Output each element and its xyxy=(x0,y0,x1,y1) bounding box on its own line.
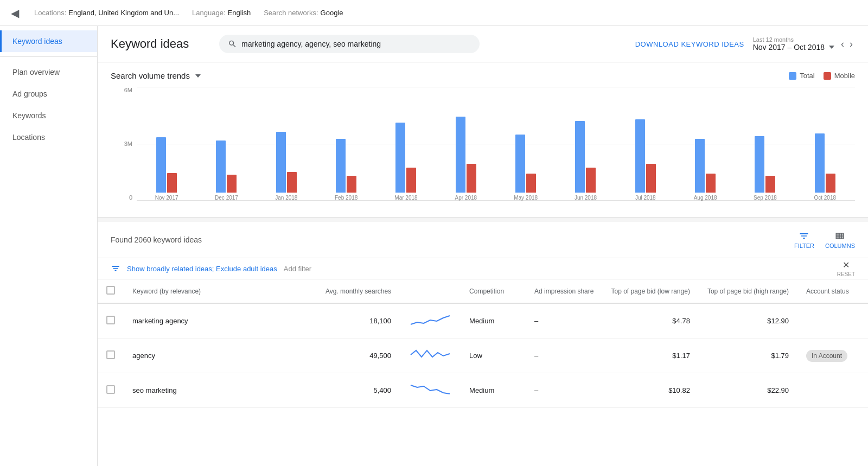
bar-label: May 2018 xyxy=(514,195,538,201)
sidebar-divider xyxy=(0,56,97,57)
top-page-low-cell: $1.17 xyxy=(602,339,698,373)
chart-dropdown-icon[interactable] xyxy=(195,74,201,78)
select-all-checkbox[interactable] xyxy=(106,286,115,295)
chart-title: Search volume trends xyxy=(111,71,190,80)
ad-impression-cell: – xyxy=(526,339,602,373)
bar-mobile xyxy=(227,175,237,193)
legend-mobile: Mobile xyxy=(824,72,855,80)
bar-label: Jan 2018 xyxy=(275,195,297,201)
sparkline-cell xyxy=(400,303,461,339)
legend-total: Total xyxy=(789,72,814,80)
date-range-label: Last 12 months xyxy=(753,36,834,43)
bar-label: Dec 2017 xyxy=(215,195,238,201)
bar-label: Apr 2018 xyxy=(455,195,477,201)
reset-label: RESET xyxy=(837,271,855,277)
y-axis-0: 0 xyxy=(129,194,132,201)
locations-info: Locations: England, United Kingdom and U… xyxy=(34,9,179,17)
bar-total xyxy=(336,139,346,193)
bar-mobile xyxy=(287,172,297,193)
bar-pair xyxy=(316,87,376,193)
ad-impression-cell: – xyxy=(526,373,602,408)
table-header-row: Keyword (by relevance) Avg. monthly sear… xyxy=(98,279,868,303)
bar-group: Apr 2018 xyxy=(436,87,496,201)
top-page-low-cell: $10.82 xyxy=(602,373,698,408)
filter-button[interactable]: FILTER xyxy=(794,231,814,249)
avg-searches-cell: 5,400 xyxy=(317,373,400,408)
bar-label: Aug 2018 xyxy=(694,195,717,201)
row-checkbox[interactable] xyxy=(106,316,115,324)
in-account-badge: In Account xyxy=(806,350,847,362)
bar-pair xyxy=(436,87,496,193)
sidebar-collapse-btn[interactable]: ◀ xyxy=(9,4,21,22)
keyword-cell: marketing agency xyxy=(124,303,317,339)
keyword-cell: agency xyxy=(124,339,317,373)
sidebar-item-plan-overview[interactable]: Plan overview xyxy=(0,61,97,83)
top-page-high-cell: $1.79 xyxy=(699,339,797,373)
legend-mobile-label: Mobile xyxy=(834,72,855,80)
content-header: Keyword ideas DOWNLOAD KEYWORD IDEAS Las… xyxy=(98,26,868,62)
locations-label: Locations: xyxy=(34,9,66,17)
chevron-down-icon xyxy=(829,46,834,49)
language-label: Language: xyxy=(192,9,225,17)
filter-label: FILTER xyxy=(794,242,814,249)
row-checkbox[interactable] xyxy=(106,350,115,359)
bar-group: Aug 2018 xyxy=(675,87,735,201)
bar-total xyxy=(156,137,166,193)
bar-mobile xyxy=(826,174,835,193)
main-content: Keyword ideas DOWNLOAD KEYWORD IDEAS Las… xyxy=(98,26,868,466)
bar-label: Oct 2018 xyxy=(814,195,836,201)
keywords-section: Found 2060 keyword ideas FILTER COLUMNS xyxy=(98,222,868,466)
date-next-button[interactable]: › xyxy=(847,37,855,51)
bar-mobile xyxy=(646,164,656,193)
th-competition: Competition xyxy=(461,279,526,303)
sidebar-item-locations[interactable]: Locations xyxy=(0,126,97,148)
row-checkbox[interactable] xyxy=(106,385,115,394)
date-range-dropdown[interactable]: Nov 2017 – Oct 2018 xyxy=(753,43,834,52)
filter-link[interactable]: Show broadly related ideas; Exclude adul… xyxy=(127,265,277,273)
chart-wrapper: Search volume trends Total Mobile xyxy=(111,71,855,217)
th-top-page-low: Top of page bid (low range) xyxy=(602,279,698,303)
sparkline-cell xyxy=(400,373,461,408)
bar-mobile xyxy=(586,168,596,193)
table-row: seo marketing5,400Medium–$10.82$22.90 xyxy=(98,373,868,408)
sidebar-item-label: Ad groups xyxy=(12,90,47,98)
sidebar-item-ad-groups[interactable]: Ad groups xyxy=(0,83,97,105)
bar-total xyxy=(456,117,465,193)
columns-icon xyxy=(834,231,845,241)
y-axis-6m: 6M xyxy=(124,87,132,93)
bar-pair xyxy=(376,87,436,193)
sidebar-item-label: Plan overview xyxy=(12,68,60,76)
bar-pair xyxy=(675,87,735,193)
avg-searches-cell: 49,500 xyxy=(317,339,400,373)
sidebar-item-keyword-ideas[interactable]: Keyword ideas xyxy=(0,30,97,52)
date-prev-button[interactable]: ‹ xyxy=(839,37,846,51)
bar-pair xyxy=(735,87,795,193)
legend-total-label: Total xyxy=(800,72,814,80)
bar-pair xyxy=(196,87,256,193)
keywords-count: Found 2060 keyword ideas xyxy=(111,235,202,244)
columns-label: COLUMNS xyxy=(825,242,855,249)
download-keyword-ideas-button[interactable]: DOWNLOAD KEYWORD IDEAS xyxy=(635,40,744,48)
bar-mobile xyxy=(406,168,416,193)
bar-total xyxy=(216,141,226,193)
close-icon: ✕ xyxy=(843,260,850,270)
bar-mobile xyxy=(765,176,775,193)
bar-mobile xyxy=(167,173,177,193)
add-filter-link[interactable]: Add filter xyxy=(284,265,311,273)
bars-container: Nov 2017Dec 2017Jan 2018Feb 2018Mar 2018… xyxy=(137,87,855,201)
columns-button[interactable]: COLUMNS xyxy=(825,231,855,249)
bar-label: Sep 2018 xyxy=(754,195,777,201)
sidebar-item-keywords[interactable]: Keywords xyxy=(0,105,97,126)
search-input[interactable] xyxy=(241,40,471,48)
competition-cell: Low xyxy=(461,339,526,373)
th-top-page-high: Top of page bid (high range) xyxy=(699,279,797,303)
networks-value: Google xyxy=(321,9,343,17)
th-checkbox xyxy=(98,279,124,303)
search-box[interactable] xyxy=(219,35,480,53)
bar-pair xyxy=(795,87,855,193)
top-page-high-cell: $12.90 xyxy=(699,303,797,339)
bar-label: Jul 2018 xyxy=(635,195,656,201)
filter-close-button[interactable]: ✕ RESET xyxy=(837,260,855,277)
chart-area: 6M 3M 0 Nov 2017Dec 2017Jan 2018Feb 2018… xyxy=(111,87,855,217)
th-ad-impression: Ad impression share xyxy=(526,279,602,303)
